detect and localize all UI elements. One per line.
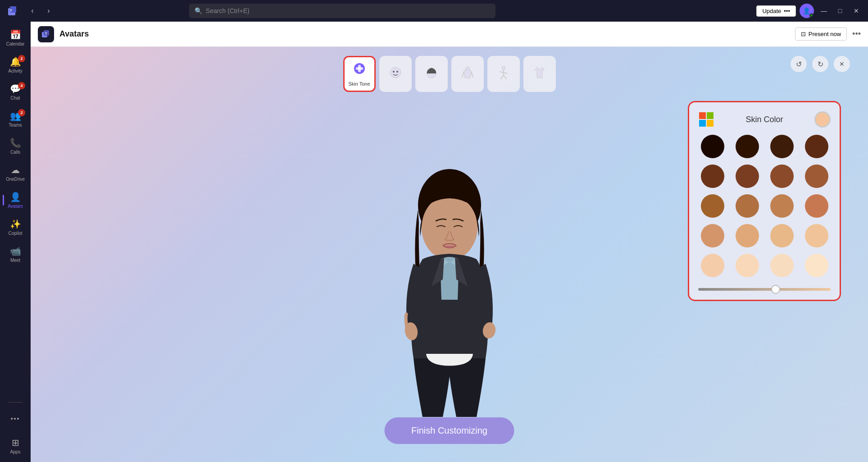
- teams-badge: 2: [18, 109, 25, 116]
- skin-tone-label: Skin Tone: [348, 81, 370, 87]
- color-dot[interactable]: [701, 135, 724, 158]
- avatar-canvas: Skin Tone: [31, 47, 868, 462]
- sidebar-chat-label: Chat: [10, 96, 20, 101]
- color-grid: [698, 135, 831, 277]
- close-button[interactable]: ✕: [850, 5, 863, 17]
- app-icon: T: [38, 26, 54, 42]
- selected-skin-color: [814, 111, 831, 128]
- color-dot[interactable]: [770, 194, 794, 218]
- sidebar-teams-label: Teams: [9, 123, 22, 128]
- color-dot[interactable]: [701, 165, 724, 188]
- toolbar-face[interactable]: [379, 56, 412, 92]
- undo-button[interactable]: ↺: [791, 56, 807, 72]
- color-dot[interactable]: [805, 194, 828, 218]
- color-dot[interactable]: [701, 254, 724, 277]
- main-layout: 📅 Calendar 2 🔔 Activity 4 💬 Chat 2 👥 Tea…: [0, 22, 868, 462]
- content-area: T Avatars ⊡ Present now •••: [31, 22, 868, 462]
- slider-thumb[interactable]: [771, 285, 780, 294]
- sidebar-item-teams[interactable]: 2 👥 Teams: [3, 106, 28, 132]
- finish-customizing-button[interactable]: Finish Customizing: [384, 417, 514, 444]
- pose-icon: [496, 65, 511, 82]
- svg-text:T: T: [45, 32, 47, 35]
- panel-header: Skin Color: [698, 111, 831, 128]
- calendar-icon: 📅: [10, 29, 21, 40]
- canvas-close-button[interactable]: ✕: [834, 56, 850, 72]
- color-dot[interactable]: [736, 254, 759, 277]
- color-dot[interactable]: [805, 224, 828, 247]
- update-label: Update: [762, 8, 781, 14]
- color-dot[interactable]: [770, 254, 794, 277]
- user-avatar[interactable]: 👤: [800, 4, 814, 18]
- onedrive-icon: ☁: [11, 165, 20, 175]
- color-dot[interactable]: [736, 135, 759, 158]
- sidebar-activity-label: Activity: [8, 69, 23, 73]
- sidebar-item-apps[interactable]: ⊞ Apps: [3, 433, 28, 458]
- sidebar-item-calls[interactable]: 📞 Calls: [3, 133, 28, 159]
- sidebar-item-onedrive[interactable]: ☁ OneDrive: [3, 160, 28, 186]
- search-input[interactable]: [206, 7, 490, 14]
- sidebar-item-meet[interactable]: 📹 Meet: [3, 242, 28, 267]
- back-button[interactable]: ‹: [25, 4, 40, 18]
- color-dot[interactable]: [805, 254, 828, 277]
- sidebar-divider: [8, 402, 23, 403]
- color-dot[interactable]: [770, 165, 794, 188]
- sidebar-item-activity[interactable]: 2 🔔 Activity: [3, 52, 28, 78]
- toolbar-outfit[interactable]: [523, 56, 556, 92]
- sidebar-calls-label: Calls: [10, 150, 20, 155]
- app-title: Avatars: [59, 29, 89, 39]
- toolbar-body[interactable]: [451, 56, 484, 92]
- forward-button[interactable]: ›: [41, 4, 56, 18]
- teams-logo: T: [5, 4, 20, 18]
- toolbar-skin-tone[interactable]: Skin Tone: [343, 56, 376, 92]
- svg-point-10: [393, 71, 395, 73]
- toolbar-hair[interactable]: [415, 56, 448, 92]
- svg-point-21: [422, 195, 477, 260]
- apps-icon: ⊞: [12, 437, 19, 448]
- minimize-button[interactable]: —: [818, 5, 830, 17]
- update-more: •••: [784, 8, 790, 14]
- slider-track: [698, 288, 831, 291]
- color-dot[interactable]: [770, 224, 794, 247]
- canvas-actions: ↺ ↻ ✕: [791, 56, 850, 72]
- color-dot[interactable]: [736, 165, 759, 188]
- toolbar-pose[interactable]: [487, 56, 520, 92]
- search-icon: 🔍: [195, 7, 202, 14]
- svg-rect-26: [699, 120, 706, 127]
- svg-rect-25: [707, 112, 713, 119]
- sidebar-item-copilot[interactable]: ✨ Copilot: [3, 215, 28, 240]
- calls-icon: 📞: [10, 137, 21, 148]
- header-more-button[interactable]: •••: [852, 29, 861, 39]
- panel-slider: [698, 288, 831, 291]
- color-dot[interactable]: [770, 135, 794, 158]
- avatar-toolbar: Skin Tone: [343, 56, 556, 92]
- color-dot[interactable]: [736, 224, 759, 247]
- sidebar-item-more[interactable]: •••: [3, 406, 28, 431]
- sidebar-item-avatars[interactable]: 👤 Avatars: [3, 188, 28, 213]
- color-dot[interactable]: [736, 194, 759, 218]
- app-header: T Avatars ⊡ Present now •••: [31, 22, 868, 47]
- title-bar: T ‹ › 🔍 Update ••• 👤 — □ ✕: [0, 0, 868, 22]
- present-label: Present now: [809, 31, 841, 37]
- present-icon: ⊡: [801, 31, 806, 37]
- activity-badge: 2: [18, 55, 25, 62]
- nav-buttons: ‹ ›: [25, 4, 56, 18]
- color-dot[interactable]: [701, 224, 724, 247]
- color-dot[interactable]: [701, 194, 724, 218]
- update-button[interactable]: Update •••: [756, 5, 796, 17]
- sidebar-item-calendar[interactable]: 📅 Calendar: [3, 25, 28, 50]
- chat-badge: 4: [18, 82, 25, 89]
- more-icon: •••: [11, 415, 20, 422]
- svg-line-18: [504, 75, 506, 79]
- body-icon: [460, 65, 475, 82]
- maximize-button[interactable]: □: [834, 5, 846, 17]
- present-now-button[interactable]: ⊡ Present now: [795, 27, 847, 41]
- sidebar-meet-label: Meet: [10, 258, 20, 263]
- svg-rect-8: [356, 67, 363, 70]
- color-dot[interactable]: [805, 135, 828, 158]
- sidebar-apps-label: Apps: [10, 449, 21, 454]
- redo-button[interactable]: ↻: [812, 56, 828, 72]
- sidebar-item-chat[interactable]: 4 💬 Chat: [3, 79, 28, 105]
- hair-icon: [424, 65, 439, 82]
- color-dot[interactable]: [805, 165, 828, 188]
- microsoft-logo: [698, 111, 714, 128]
